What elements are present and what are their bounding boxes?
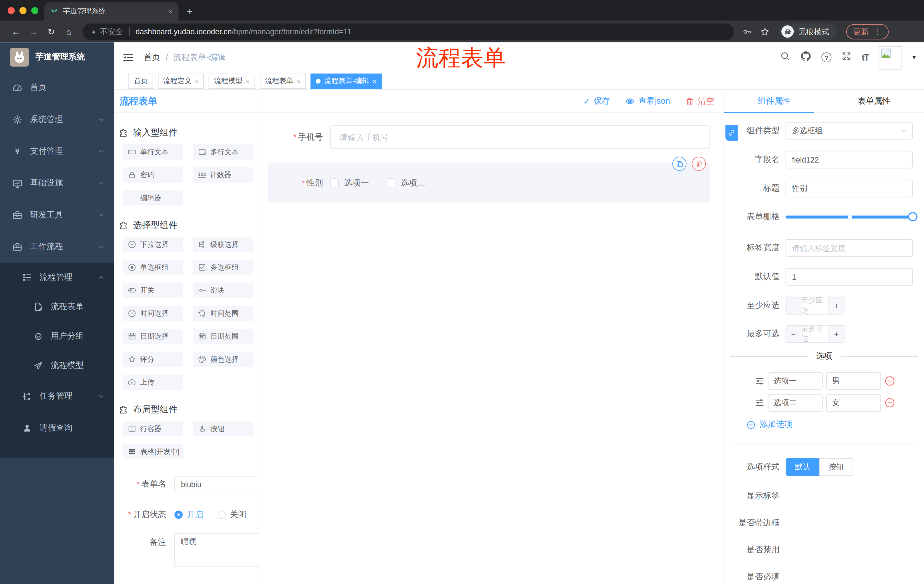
tab-form-props[interactable]: 表单属性 [824, 90, 924, 112]
view-json-button[interactable]: 查看json [625, 96, 670, 107]
stepper-minus-button[interactable]: − [786, 326, 802, 342]
help-icon[interactable]: ? [822, 52, 832, 62]
grid-slider[interactable] [785, 209, 913, 225]
checkbox-option-1[interactable]: 选项一 [330, 178, 369, 188]
sidebar-item-process-model[interactable]: 流程模型 [0, 351, 114, 380]
palette-item-multi-text[interactable]: 多行文本 [193, 144, 253, 160]
drag-handle-icon[interactable] [755, 376, 764, 386]
field-name-input[interactable] [785, 151, 913, 169]
canvas-field-phone[interactable]: *手机号 [264, 125, 710, 149]
search-icon[interactable] [780, 51, 790, 63]
delete-widget-button[interactable] [692, 156, 706, 171]
copy-widget-button[interactable] [672, 156, 686, 171]
browser-tab[interactable]: 芋道管理系统 × [44, 2, 179, 21]
palette-item-password[interactable]: 密码 [123, 167, 183, 183]
home-icon[interactable]: ⌂ [60, 27, 78, 36]
tag-process-form-edit[interactable]: 流程表单-编辑 × [311, 73, 382, 89]
palette-item-button[interactable]: 按钮 [193, 421, 253, 437]
stepper-minus-button[interactable]: − [786, 298, 802, 314]
sidebar-item-process-form[interactable]: 流程表单 [0, 292, 114, 321]
breadcrumb-home[interactable]: 首页 [144, 52, 160, 63]
fullscreen-icon[interactable] [842, 51, 852, 63]
close-icon[interactable]: × [195, 77, 199, 85]
palette-item-upload[interactable]: 上传 [123, 375, 183, 390]
form-name-input[interactable] [174, 476, 259, 492]
title-input[interactable] [785, 180, 913, 197]
palette-item-slider[interactable]: 滑块 [193, 283, 253, 298]
sidebar-item-payment[interactable]: ¥ 支付管理 [0, 135, 114, 167]
close-window-button[interactable] [8, 7, 15, 14]
style-button-button[interactable]: 按钮 [819, 458, 853, 476]
stepper-plus-button[interactable]: + [828, 326, 844, 342]
label-width-input[interactable] [785, 239, 913, 257]
palette-item-cascade[interactable]: 级联选择 [193, 237, 253, 252]
option-1-value-input[interactable] [826, 372, 881, 390]
font-size-icon[interactable]: tT [862, 52, 869, 62]
save-button[interactable]: ✓ 保存 [583, 96, 610, 107]
browser-update-button[interactable]: 更新 ⋮ [846, 24, 889, 39]
remove-option-button[interactable] [884, 376, 895, 386]
palette-item-switch[interactable]: 开关 [123, 283, 183, 298]
security-label[interactable]: 不安全 [100, 26, 123, 37]
remove-option-button[interactable] [884, 397, 895, 408]
sidebar-item-infra[interactable]: 基础设施 [0, 167, 114, 199]
checkbox-option-2[interactable]: 选项二 [386, 178, 426, 188]
reload-icon[interactable]: ↻ [42, 27, 60, 36]
palette-item-row-container[interactable]: 行容器 [123, 421, 183, 437]
close-icon[interactable]: × [373, 77, 376, 85]
canvas-field-gender-selected[interactable]: *性别 选项一 选项二 [267, 163, 710, 202]
palette-item-single-text[interactable]: 单行文本 [123, 144, 183, 160]
hamburger-icon[interactable] [123, 52, 134, 62]
resize-handle[interactable] [254, 561, 259, 566]
slider-handle[interactable] [908, 212, 917, 221]
bookmark-star-icon[interactable] [760, 27, 770, 36]
option-2-label-input[interactable] [768, 394, 823, 412]
palette-item-date-range[interactable]: 日期范围 [193, 329, 253, 344]
status-radio-on[interactable]: 开启 [174, 510, 203, 520]
avatar-caret-icon[interactable]: ▾ [912, 54, 916, 61]
palette-item-dropdown[interactable]: 下拉选择 [123, 237, 183, 252]
palette-item-table[interactable]: 表格[开发中] [123, 444, 183, 459]
stepper-plus-button[interactable]: + [828, 298, 844, 314]
forward-icon[interactable]: → [25, 27, 43, 36]
panel-collapse-handle[interactable] [725, 125, 738, 141]
github-icon[interactable] [800, 51, 812, 64]
palette-item-time[interactable]: 时间选择 [123, 306, 183, 321]
palette-item-editor[interactable]: 编辑器 [123, 190, 183, 206]
sidebar-item-workflow[interactable]: 工作流程 [0, 231, 114, 263]
palette-item-radio-group[interactable]: 单选框组 [123, 260, 183, 275]
sidebar-item-devtools[interactable]: 研发工具 [0, 199, 114, 231]
sidebar-item-user-group[interactable]: 用户分组 [0, 321, 114, 351]
max-stepper-value[interactable]: 最多可选 [801, 326, 828, 342]
status-radio-off[interactable]: 关闭 [218, 510, 246, 520]
browser-menu-icon[interactable]: ⋮ [874, 27, 882, 36]
palette-item-date[interactable]: 日期选择 [123, 329, 183, 344]
close-tab-icon[interactable]: × [168, 7, 172, 16]
tag-process-form[interactable]: 流程表单 × [260, 73, 306, 89]
tag-process-model[interactable]: 流程模型 × [209, 73, 255, 89]
new-tab-button[interactable]: + [187, 7, 192, 16]
min-stepper-value[interactable]: 至少应选 [801, 298, 828, 314]
drag-handle-icon[interactable] [755, 398, 764, 408]
sidebar-item-home[interactable]: 首页 [0, 72, 114, 104]
minimize-window-button[interactable] [20, 7, 26, 14]
zoom-window-button[interactable] [31, 7, 38, 14]
address-bar[interactable]: ▲ 不安全 dashboard.yudao.iocoder.cn /bpm/ma… [82, 23, 734, 40]
add-option-button[interactable]: 添加选项 [747, 419, 924, 430]
sidebar-item-system[interactable]: 系统管理 [0, 104, 114, 135]
palette-item-time-range[interactable]: 时间范围 [193, 306, 253, 321]
back-icon[interactable]: ← [7, 27, 25, 36]
tab-component-props[interactable]: 组件属性 [724, 90, 824, 112]
update-label[interactable]: 更新 [853, 26, 869, 37]
palette-item-checkbox-group[interactable]: 多选框组 [193, 260, 253, 275]
style-default-button[interactable]: 默认 [785, 458, 819, 476]
clear-button[interactable]: 清空 [685, 96, 714, 107]
sidebar-item-task-mgmt[interactable]: 任务管理 [0, 380, 114, 412]
component-type-select[interactable]: 多选框组 [785, 122, 913, 140]
phone-input[interactable] [330, 125, 710, 149]
palette-item-rate[interactable]: 评分 [123, 352, 183, 367]
palette-item-counter[interactable]: 123计数器 [193, 167, 253, 183]
avatar[interactable] [879, 46, 902, 69]
close-icon[interactable]: × [297, 77, 301, 85]
password-key-icon[interactable] [742, 27, 752, 36]
